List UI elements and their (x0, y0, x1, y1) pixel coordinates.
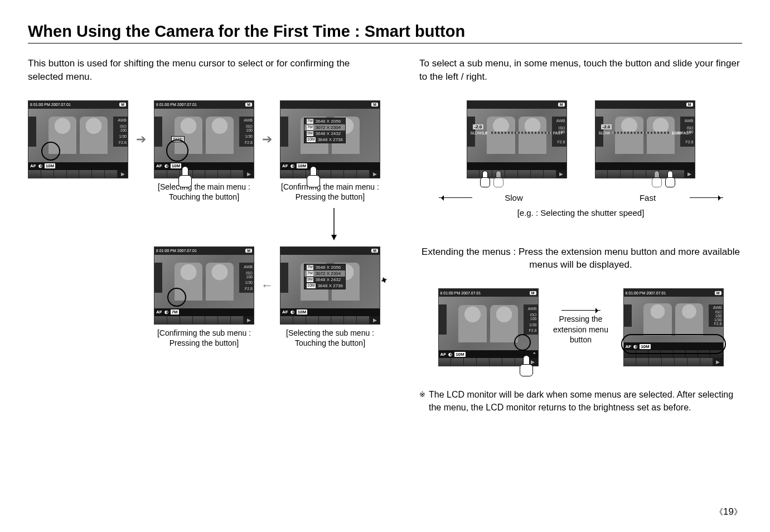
hand-press-icon (304, 166, 321, 188)
camera-screen-4: M 7M3648 X 2056 7M3072 X 2304 9M3648 X 2… (280, 246, 380, 325)
mode-badge-icon: M (245, 103, 252, 107)
arrow-right-icon: ➔ (260, 100, 274, 178)
extension-mid-caption: Pressing the extension menu button (553, 315, 608, 344)
right-intro: To select a sub menu, in some menus, tou… (419, 57, 742, 84)
note-mark-icon: ※ (419, 389, 425, 414)
slide-hand-icon (651, 171, 675, 190)
topbar-text: 8 01:00 PM 2007.07.01 (156, 103, 197, 107)
topbar-text: 8 01:00 PM 2007.07.01 (30, 103, 71, 107)
caption-line2: Touching the button] (154, 192, 254, 202)
highlight-oval-icon (621, 334, 726, 354)
page-number: 19 (715, 506, 742, 518)
aperture-label: F2.8 (114, 141, 127, 144)
caption-line1: [Confirming the sub menu : (154, 328, 254, 338)
hand-press-icon (517, 355, 534, 378)
title-underline (28, 43, 742, 43)
camera-screen-slow: M AWB ISO 100 F2.8 -2.0 (467, 100, 567, 178)
size-menu: 7M3648 X 2056 7M3072 X 2304 9M3648 X 243… (304, 264, 346, 289)
arrow-left-icon (439, 197, 472, 198)
caption-line2: Pressing the button] (154, 338, 254, 348)
note-text: The LCD monitor will be dark when some m… (429, 389, 742, 414)
arrow-left-icon: ← (260, 246, 274, 325)
play-icon: ▶ (118, 170, 128, 178)
left-intro: This button is used for shifting the men… (28, 57, 380, 84)
highlight-circle-icon (41, 142, 60, 161)
hand-touch-icon (176, 166, 193, 188)
highlight-circle-icon (167, 288, 186, 307)
size-value: 10M (45, 163, 56, 168)
caption-line1: [Selecting the sub menu : (280, 328, 380, 338)
shutter-example-caption: [e.g. : Selecting the shutter speed] (419, 208, 742, 217)
shutter-value: 1.6 (482, 131, 487, 135)
size-menu: 7M3648 X 2056 7M3072 X 2304 9M3648 X 243… (304, 118, 346, 143)
fast-caption: Fast (612, 193, 684, 202)
caption-line2: Touching the button] (280, 338, 380, 348)
awb-label: AWB (114, 118, 127, 122)
right-column: To select a sub menu, in some menus, tou… (419, 57, 742, 414)
arrow-right-icon: ➔ (134, 100, 148, 178)
camera-screen-fast: M AWB ISO 100 F2.8 -2.0 (595, 100, 695, 178)
mode-badge-icon: M (119, 103, 126, 107)
camera-screen-1: 8 01:00 PM 2007.07.01 M AWB ISO 100 1/30… (28, 100, 128, 178)
svg-marker-1 (331, 235, 337, 240)
left-column: This button is used for shifting the men… (28, 57, 380, 414)
arrow-right-icon (561, 310, 600, 311)
extend-intro: Extending the menus : Press the extensio… (419, 245, 742, 272)
ev-badge: -2.0 (601, 124, 612, 129)
camera-screen-3: M 7M3648 X 2056 7M3072 X 2304 9M3648 X 2… (280, 100, 380, 178)
camera-screen-ext2: 8 01:00 PM 2007.07.01 M AWB ISO 100 1/30… (623, 288, 724, 366)
camera-screen-2: 8 01:00 PM 2007.07.01 M AWB ISO 100 1/30… (154, 100, 254, 178)
highlight-circle-icon (166, 139, 188, 162)
shutter-value: 1/160 (671, 131, 681, 135)
slow-label: SLOW (471, 131, 482, 135)
fast-label: FAST (553, 131, 563, 135)
caption-line1: [Selecting the main menu : (154, 182, 254, 192)
caption-line2: Pressing the button] (280, 192, 380, 202)
shutter-label: 1/30 (114, 134, 127, 138)
iso-label: ISO 100 (114, 124, 127, 132)
caption-line1: [Confirming the main menu : (280, 182, 380, 192)
camera-screen-5: 8 01:00 PM 2007.07.01 M AWB ISO 100 1/30… (154, 246, 254, 325)
af-label: AF (30, 163, 36, 168)
camera-screen-ext1: 8 01:00 PM 2007.07.01 M AWB ISO 100 1/30… (438, 288, 539, 366)
ev-badge: -2.0 (473, 124, 484, 129)
highlight-circle-icon (514, 334, 531, 351)
arrow-down-icon (330, 207, 338, 241)
page-title: When Using the Camera for the First Time… (28, 22, 742, 41)
slide-hand-icon (479, 171, 503, 190)
arrow-right-icon (690, 197, 723, 198)
slow-caption: Slow (478, 193, 550, 202)
